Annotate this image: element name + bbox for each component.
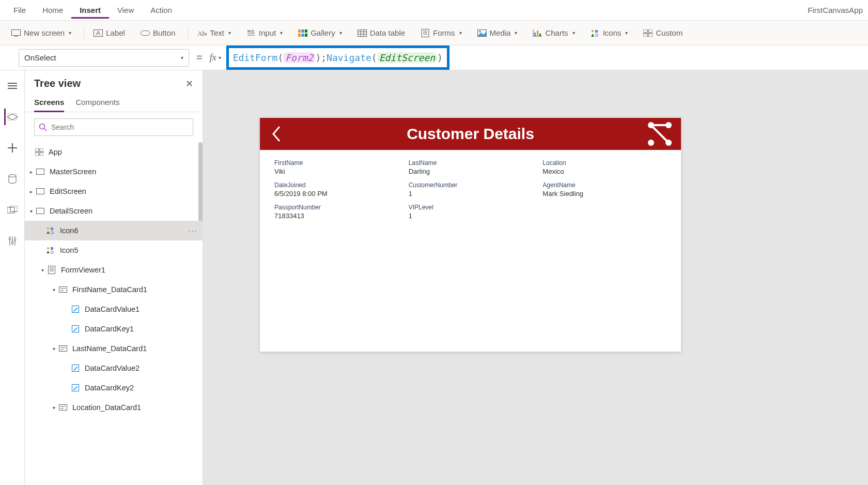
menu-file[interactable]: File [5,2,34,19]
field-label: CustomerNumber [409,181,533,189]
property-dropdown[interactable]: OnSelect ▾ [19,49,189,67]
tree-item-label: MasterScreen [50,168,96,176]
svg-point-53 [40,124,45,129]
back-icon[interactable] [270,124,283,144]
rail-tree-view[interactable] [4,109,21,125]
textbox-icon [70,384,81,391]
ribbon-text[interactable]: Abc Text ▾ [191,25,237,41]
field-label: LastName [409,159,533,166]
formula-input-highlight: EditForm(Form2);Navigate(EditScreen) [226,46,450,70]
field-label: AgentName [542,181,667,189]
field-viplevel: VIPLevel 1 [409,202,533,224]
svg-point-9 [252,30,254,32]
rail-media[interactable] [4,202,21,218]
svg-rect-12 [305,29,307,33]
gallery-icon [298,28,307,38]
tree-item-label: DataCardKey1 [85,325,134,333]
datacard-icon [58,345,68,352]
tree-item-label: DetailScreen [50,207,92,215]
tree-item-label: Icon6 [60,226,78,235]
chevron-down-icon: ▾ [459,30,462,36]
tree-item-icon5[interactable]: Icon5 [25,240,203,260]
tree-item-datacardvalue1[interactable]: DataCardValue1 [25,299,203,319]
tree-item-editscreen[interactable]: ▸ EditScreen [25,181,203,201]
tree-item-datacardvalue2[interactable]: DataCardValue2 [25,358,203,378]
rail-hamburger[interactable] [4,78,21,94]
svg-rect-35 [643,29,647,33]
screen-preview[interactable]: Customer Details FirstName [260,118,681,352]
field-value: Viki [274,168,398,175]
ribbon-media[interactable]: Media ▾ [471,25,524,41]
caret-down-icon[interactable]: ▾ [50,405,58,411]
svg-line-89 [651,125,669,143]
ribbon-data-table[interactable]: Data table [351,25,411,41]
tree-item-location-datacard[interactable]: ▾ Location_DataCard1 [25,398,203,417]
caret-down-icon[interactable]: ▾ [27,208,35,214]
tree-search[interactable] [34,118,193,136]
tab-components[interactable]: Components [75,95,119,112]
menu-insert[interactable]: Insert [71,2,109,19]
ribbon-gallery-label: Gallery [311,28,335,37]
formula-input[interactable]: EditForm(Form2);Navigate(EditScreen) [233,52,443,63]
close-icon[interactable]: ✕ [185,78,193,89]
menu-view[interactable]: View [109,2,142,19]
search-icon [39,123,47,131]
rail-insert[interactable] [4,140,21,156]
canvas[interactable]: Customer Details FirstName [203,70,868,485]
tree-item-lastname-datacard[interactable]: ▾ LastName_DataCard1 [25,339,203,358]
tree-item-datacardkey1[interactable]: DataCardKey1 [25,319,203,339]
formula-token-ref: EditScreen [377,52,437,63]
more-icon[interactable]: ··· [188,226,197,235]
ribbon-data-table-label: Data table [370,28,405,37]
ribbon-input[interactable]: Input ▾ [240,25,289,41]
caret-right-icon[interactable]: ▸ [27,189,35,194]
tree-item-formviewer1[interactable]: ▾ FormViewer1 [25,260,203,280]
field-passportnumber: PassportNumber 71833413 [274,202,398,224]
detail-form: FirstName Viki LastName Darling Location… [260,150,681,352]
ribbon-button[interactable]: Button [134,25,181,41]
tree-view-panel: Tree view ✕ Screens Components App ▸ Mas… [25,70,203,485]
ribbon-icons[interactable]: Icons ▾ [584,25,634,41]
tree-item-masterscreen[interactable]: ▸ MasterScreen [25,162,203,181]
tree-item-detailscreen[interactable]: ▾ DetailScreen [25,201,203,221]
app-icon [34,148,44,156]
screen-icon [11,28,21,38]
menu-action[interactable]: Action [142,2,180,19]
svg-rect-31 [539,34,541,36]
rail-data[interactable] [4,171,21,187]
tree-item-app[interactable]: App [25,142,203,162]
tree-item-firstname-datacard[interactable]: ▾ FirstName_DataCard1 [25,280,203,299]
tree-title: Tree view [34,78,81,89]
svg-point-48 [9,238,11,240]
ribbon-gallery[interactable]: Gallery ▾ [292,25,348,41]
divider [188,26,188,40]
caret-down-icon[interactable]: ▾ [50,346,58,352]
ribbon-new-screen[interactable]: New screen ▾ [5,25,78,41]
menu-home[interactable]: Home [34,2,71,19]
ribbon-label-label: Label [106,28,125,37]
ribbon-charts[interactable]: Charts ▾ [526,25,581,41]
tree-item-icon6[interactable]: Icon6 ··· [25,221,203,240]
ribbon-forms[interactable]: Forms ▾ [414,25,468,41]
svg-rect-56 [40,148,43,151]
tree-search-input[interactable] [51,123,189,131]
svg-rect-68 [49,266,55,274]
caret-down-icon[interactable]: ▾ [38,267,47,273]
caret-down-icon[interactable]: ▾ [50,287,58,293]
caret-right-icon[interactable]: ▸ [27,169,35,175]
text-icon: Abc [197,28,207,38]
tab-screens[interactable]: Screens [34,95,64,112]
svg-rect-60 [37,189,44,194]
ribbon-media-label: Media [490,28,511,37]
edit-icon[interactable] [646,120,674,148]
formula-token-fn: Navigate [327,52,371,63]
svg-rect-11 [302,29,304,33]
rail-advanced[interactable] [4,233,21,249]
ribbon-custom[interactable]: Custom [637,25,689,41]
field-label: VIPLevel [409,204,533,211]
ribbon-label[interactable]: Label [87,25,131,41]
svg-point-52 [14,239,16,241]
svg-point-34 [595,34,598,36]
svg-rect-13 [298,34,301,37]
tree-item-datacardkey2[interactable]: DataCardKey2 [25,378,203,398]
